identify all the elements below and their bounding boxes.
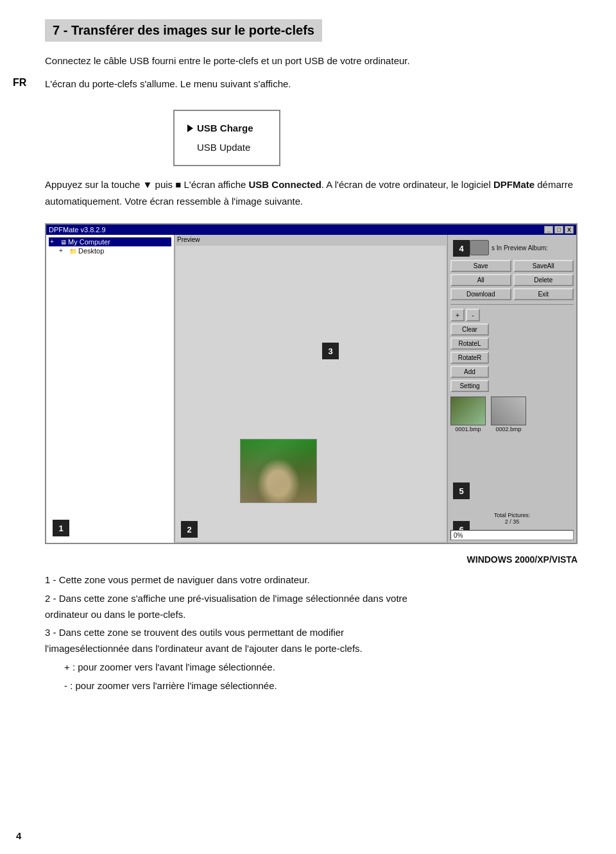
setting-button[interactable]: Setting	[450, 380, 489, 392]
dpfmate-window: DPFMate v3.8.2.9 _ □ X + 🖥 My Computer +…	[45, 223, 578, 544]
minimize-button[interactable]: _	[544, 226, 553, 234]
tree-item-mycomputer[interactable]: + 🖥 My Computer	[49, 237, 171, 246]
progress-bar-row: 0%	[450, 530, 574, 540]
rotate-right-button[interactable]: RotateR	[450, 352, 489, 364]
tree-label-desktop: Desktop	[78, 247, 104, 255]
usb-menu-item-charge: USB Charge	[187, 119, 253, 138]
intro-line1: Connectez le câble USB fourni entre le p…	[45, 53, 584, 69]
thumb-image-2[interactable]	[491, 397, 526, 425]
tree-item-desktop[interactable]: + 📁 Desktop	[49, 246, 171, 255]
preview-panel: Preview 2	[175, 235, 448, 543]
album-header: s In Preview Album:	[470, 240, 574, 255]
desc-item3: 3 - Dans cette zone se trouvent des outi…	[45, 625, 584, 657]
language-label: FR	[13, 77, 26, 89]
exit-button[interactable]: Exit	[513, 288, 574, 300]
separator-1	[450, 304, 574, 305]
thumb-label-2: 0002.bmp	[495, 426, 521, 432]
file-browser-panel: + 🖥 My Computer + 📁 Desktop 1	[46, 235, 175, 543]
zoom-controls: + -	[450, 309, 574, 321]
desc-item2: 2 - Dans cette zone s'affiche une pré-vi…	[45, 591, 584, 623]
file-tree: + 🖥 My Computer + 📁 Desktop	[49, 237, 171, 255]
album-thumb-1: 0001.bmp	[450, 397, 486, 432]
album-icon	[470, 240, 489, 255]
preview-area	[176, 246, 446, 542]
badge-2: 2	[181, 521, 198, 538]
windows-label: WINDOWS 2000/XP/VISTA	[45, 554, 584, 565]
controls-panel: 4 s In Preview Album: Save SaveAll All D…	[448, 235, 576, 543]
page-title: 7 - Transférer des images sur le porte-c…	[45, 19, 322, 42]
thumb-label-1: 0001.bmp	[455, 426, 481, 432]
thumb-image-1[interactable]	[450, 397, 486, 425]
save-button[interactable]: Save	[450, 260, 511, 272]
close-button[interactable]: X	[565, 226, 574, 234]
preview-label: Preview	[175, 235, 447, 244]
badge-3: 3	[322, 343, 339, 359]
add-button[interactable]: Add	[450, 366, 489, 378]
album-thumbs: 0001.bmp 0002.bmp	[450, 397, 574, 432]
preview-image	[240, 439, 317, 503]
saveall-button[interactable]: SaveAll	[513, 260, 574, 272]
badge-1: 1	[53, 520, 69, 536]
dpfmate-titlebar: DPFMate v3.8.2.9 _ □ X	[46, 225, 576, 235]
downloadexit-buttons-group: Download Exit	[450, 288, 574, 300]
usb-menu-item-update: USB Update	[187, 138, 253, 157]
badge-5: 5	[453, 483, 470, 499]
maximize-button[interactable]: □	[554, 226, 563, 234]
plus-icon-2: +	[59, 247, 68, 255]
plus-icon: +	[50, 238, 59, 246]
progress-value: 0%	[454, 532, 463, 539]
description-section: 1 - Cette zone vous permet de naviguer d…	[45, 572, 584, 694]
save-buttons-group: Save SaveAll	[450, 260, 574, 272]
delete-button[interactable]: Delete	[513, 274, 574, 286]
rotate-left-button[interactable]: RotateL	[450, 337, 489, 350]
progress-bar: 0%	[450, 530, 574, 540]
page-number: 4	[16, 830, 21, 841]
dpfmate-title: DPFMate v3.8.2.9	[49, 226, 106, 234]
download-button[interactable]: Download	[450, 288, 511, 300]
dpfmate-body: + 🖥 My Computer + 📁 Desktop 1 Preview	[46, 235, 576, 543]
zoom-out-button[interactable]: -	[466, 309, 480, 321]
badge-4: 4	[453, 240, 470, 257]
desc-item1: 1 - Cette zone vous permet de naviguer d…	[45, 572, 584, 588]
usb-menu-box: USB Charge USB Update	[173, 110, 280, 166]
triangle-right-icon	[187, 124, 193, 132]
instruction-text: Appuyez sur la touche ▼ puis ■ L'écran a…	[45, 176, 584, 209]
minus-item: - : pour zoomer vers l'arrière l'image s…	[64, 678, 584, 694]
zoom-in-button[interactable]: +	[450, 309, 465, 321]
alldelete-buttons-group: All Delete	[450, 274, 574, 286]
sub-items: + : pour zoomer vers l'avant l'image sél…	[64, 660, 584, 694]
tree-label-mycomputer: My Computer	[68, 238, 110, 246]
album-thumb-2: 0002.bmp	[491, 397, 526, 432]
intro-line2: L'écran du porte-clefs s'allume. Le menu…	[45, 76, 584, 92]
clear-button[interactable]: Clear	[450, 323, 489, 336]
titlebar-controls: _ □ X	[544, 226, 574, 234]
total-pictures-label: Total Pictures:	[450, 512, 574, 518]
all-button[interactable]: All	[450, 274, 511, 286]
album-header-label: s In Preview Album:	[492, 244, 548, 252]
plus-item: + : pour zoomer vers l'avant l'image sél…	[64, 660, 584, 676]
